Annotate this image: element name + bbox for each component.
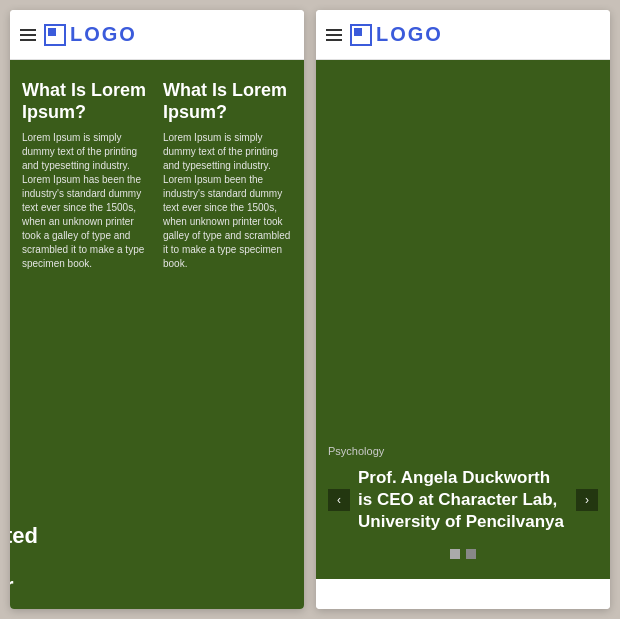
article-2-title: What Is Lorem Ipsum? — [163, 80, 292, 123]
dot-1[interactable] — [450, 549, 460, 559]
left-phone-green-area: What Is Lorem Ipsum? Lorem Ipsum is simp… — [10, 60, 304, 609]
category-label: Psychology — [328, 445, 598, 457]
right-logo-icon — [350, 24, 372, 46]
partial-text-2: r — [10, 573, 14, 599]
right-logo-container: LOGO — [350, 23, 443, 46]
testimonial-container: ‹ Prof. Angela Duckworth is CEO at Chara… — [328, 467, 598, 533]
hamburger-icon[interactable] — [20, 29, 36, 41]
partial-text-1: ted — [10, 523, 38, 549]
right-phone-green-area: Psychology ‹ Prof. Angela Duckworth is C… — [316, 60, 610, 579]
article-2-body: Lorem Ipsum is simply dummy text of the … — [163, 131, 292, 271]
article-col-1: What Is Lorem Ipsum? Lorem Ipsum is simp… — [22, 80, 151, 593]
page-wrapper: LOGO What Is Lorem Ipsum? Lorem Ipsum is… — [0, 0, 620, 619]
dots-container — [328, 549, 598, 559]
right-phone-bottom — [316, 579, 610, 609]
right-logo-text: LOGO — [376, 23, 443, 46]
article-col-2: What Is Lorem Ipsum? Lorem Ipsum is simp… — [163, 80, 292, 593]
logo-container: LOGO — [44, 23, 137, 46]
testimonial-text: Prof. Angela Duckworth is CEO at Charact… — [358, 467, 568, 533]
left-phone: LOGO What Is Lorem Ipsum? Lorem Ipsum is… — [10, 10, 304, 609]
article-1-body: Lorem Ipsum is simply dummy text of the … — [22, 131, 151, 271]
right-phone: LOGO Psychology ‹ Prof. Angela Duckworth… — [316, 10, 610, 609]
right-hamburger-icon[interactable] — [326, 29, 342, 41]
dot-2[interactable] — [466, 549, 476, 559]
article-1-title: What Is Lorem Ipsum? — [22, 80, 151, 123]
left-phone-header: LOGO — [10, 10, 304, 60]
logo-text: LOGO — [70, 23, 137, 46]
right-phone-header: LOGO — [316, 10, 610, 60]
next-arrow-button[interactable]: › — [576, 489, 598, 511]
logo-icon — [44, 24, 66, 46]
prev-arrow-button[interactable]: ‹ — [328, 489, 350, 511]
